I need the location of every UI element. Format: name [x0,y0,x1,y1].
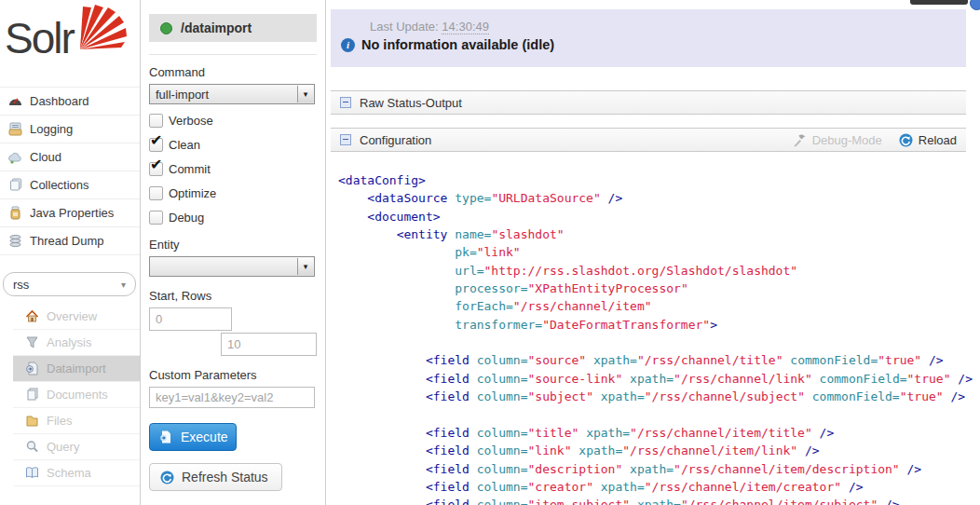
sidebar-item-logging[interactable]: Logging [0,116,140,143]
collapse-icon[interactable] [340,134,351,145]
sidebar-item-documents[interactable]: Documents [13,382,140,408]
solr-logo[interactable]: Solr [0,0,140,87]
sidebar-item-query[interactable]: Query [13,434,140,460]
collapse-icon[interactable] [340,97,351,108]
checkbox-debug[interactable]: Debug [149,210,317,225]
entity-select[interactable]: ▾ [149,256,315,277]
checkbox-clean[interactable]: ✔ Clean [149,137,317,153]
sidebar-item-label: Documents [47,388,108,402]
sidebar-item-java-properties[interactable]: Java Properties [0,199,140,227]
sidebar-item-label: Analysis [47,335,91,349]
execute-label: Execute [181,430,228,444]
command-select[interactable]: full-import ▾ [149,84,315,104]
thread-dump-icon [7,234,22,249]
divider [149,54,317,55]
execute-button[interactable]: Execute [149,423,237,451]
sidebar-item-collections[interactable]: Collections [0,171,140,199]
reload-label: Reload [919,133,957,147]
core-selector[interactable]: rss ▾ [3,272,136,296]
sidebar-item-cloud[interactable]: Cloud [0,143,140,171]
sidebar-item-label: Dashboard [30,94,89,108]
core-selector-value: rss [13,278,29,292]
browser-artifact-dot [970,0,980,10]
sidebar-item-label: Collections [30,178,89,192]
solr-logo-text: Solr [5,13,74,63]
start-rows-label: Start, Rows [149,289,317,303]
reload-button[interactable]: Reload [899,133,957,147]
hammer-icon [793,133,807,147]
sidebar-item-label: Thread Dump [30,234,103,248]
collections-icon [7,178,22,193]
rows-input[interactable] [221,333,317,356]
core-navigation: Overview Analysis Dataimport Documents [0,304,140,486]
command-label: Command [149,65,317,79]
clean-checkbox[interactable]: ✔ [149,138,163,152]
documents-icon [24,388,39,403]
custom-parameters-input[interactable] [149,387,315,408]
last-update: Last Update: 14:30:49 [331,9,966,34]
checkbox-label: Debug [169,211,204,225]
sidebar-item-label: Query [47,440,79,454]
refresh-status-button[interactable]: Refresh Status [149,463,282,491]
checkbox-label: Optimize [169,186,216,200]
schema-icon [24,466,39,481]
debug-mode-label: Debug-Mode [812,133,882,147]
sidebar-item-label: Java Properties [30,206,114,220]
section-raw-status-output[interactable]: Raw Status-Output [331,90,966,115]
sidebar-item-dashboard[interactable]: Dashboard [0,88,140,116]
section-title: Configuration [360,133,431,147]
sidebar-item-overview[interactable]: Overview [13,304,140,330]
status-message-box: Last Update: 14:30:49 i No information a… [331,9,966,67]
checkbox-label: Clean [169,138,200,152]
refresh-icon [160,471,174,485]
dataimport-panel: /dataimport Command full-import ▾ Verbos… [141,0,326,505]
start-input[interactable] [149,307,232,331]
main-content: Last Update: 14:30:49 i No information a… [331,0,966,505]
entity-label: Entity [149,238,317,252]
analysis-icon [24,335,39,350]
sidebar-item-dataimport[interactable]: Dataimport [13,356,140,382]
refresh-status-label: Refresh Status [182,470,268,485]
section-configuration[interactable]: Configuration Debug-Mode Reload [331,128,966,152]
status-message: No information available (idle) [361,37,554,52]
sidebar-item-thread-dump[interactable]: Thread Dump [0,227,140,255]
chevron-down-icon: ▾ [297,86,313,102]
logging-icon [7,122,22,137]
handler-header: /dataimport [149,14,317,42]
sidebar-item-label: Files [47,414,72,428]
commit-checkbox[interactable]: ✔ [149,162,163,176]
main-navigation: Dashboard Logging Cloud Collections [0,87,140,255]
chevron-down-icon: ▾ [121,280,126,290]
solr-burst-icon [71,1,129,51]
checkbox-label: Verbose [169,114,213,128]
custom-parameters-label: Custom Parameters [149,368,317,382]
reload-icon [899,133,913,147]
sidebar-item-schema[interactable]: Schema [13,460,140,486]
optimize-checkbox[interactable] [149,186,163,200]
info-icon: i [341,38,355,52]
sidebar-item-label: Schema [47,466,91,480]
overview-icon [24,309,39,324]
java-properties-icon [7,206,22,221]
sidebar-item-label: Dataimport [47,362,106,375]
debug-checkbox[interactable] [149,211,163,225]
query-icon [24,440,39,455]
dashboard-icon [7,94,22,109]
section-title: Raw Status-Output [360,96,462,110]
status-dot-icon [160,22,172,34]
config-xml-code: <dataConfig> <dataSource type="URLDataSo… [331,171,966,505]
sidebar-item-files[interactable]: Files [13,408,140,434]
checkbox-optimize[interactable]: Optimize [149,185,317,201]
sidebar: Solr Dashboard [0,0,141,505]
cloud-icon [7,150,22,165]
debug-mode-button[interactable]: Debug-Mode [793,133,882,147]
sidebar-item-analysis[interactable]: Analysis [13,330,140,356]
checkbox-label: Commit [169,162,211,176]
verbose-checkbox[interactable] [149,114,163,128]
checkbox-commit[interactable]: ✔ Commit [149,161,317,177]
chevron-down-icon: ▾ [297,258,313,275]
command-select-value: full-import [156,88,209,102]
sidebar-item-label: Cloud [30,150,61,164]
checkbox-verbose[interactable]: Verbose [149,113,317,129]
sidebar-item-label: Overview [47,309,97,323]
